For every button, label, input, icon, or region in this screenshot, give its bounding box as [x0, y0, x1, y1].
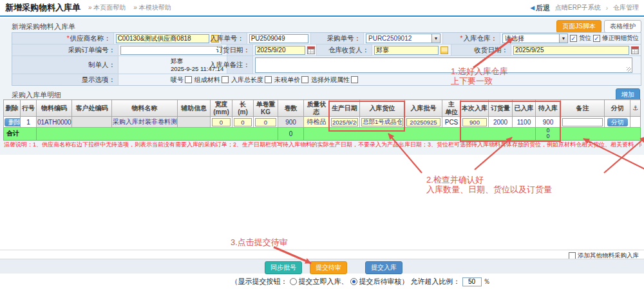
col-item-code: 物料编码	[37, 100, 72, 117]
untaxed-price-checkbox[interactable]	[301, 76, 308, 83]
remark-textarea[interactable]	[255, 57, 632, 73]
required-mark: *	[67, 35, 70, 42]
cell-qty-received: 1100	[513, 117, 536, 128]
inbound-no-input[interactable]	[249, 34, 308, 43]
cell-line-no: 1	[21, 117, 37, 128]
calendar-icon[interactable]	[307, 46, 315, 54]
submit-review-radio[interactable]	[350, 278, 357, 285]
breadcrumb-app[interactable]: 点晴ERP子系统	[555, 3, 601, 12]
purchase-no-label: 采购单号：	[327, 34, 361, 43]
total-empty-right	[561, 128, 641, 141]
pin-column-header[interactable]: ⚓	[630, 100, 641, 117]
detail-table: 删除 行号 物料编码 客户处编码 物料名称 辅助信息 宽度 (mm) 长 (m)…	[3, 99, 641, 141]
supplier-input[interactable]	[116, 34, 209, 43]
topbar-right: ◀ 后退 点晴ERP子系统 › 仓库管理	[530, 3, 639, 13]
slot-checkbox[interactable]	[570, 35, 577, 42]
help-link-page[interactable]: » 本页面帮助	[88, 3, 126, 12]
batch-input[interactable]	[406, 118, 440, 126]
total-label: 合计	[4, 128, 37, 141]
option-total-length: 入库总长度	[231, 75, 272, 85]
col-cust-code: 客户处编码	[72, 100, 112, 117]
breadcrumb-section[interactable]: 仓库管理	[613, 3, 639, 12]
fix-slot-checkbox[interactable]	[593, 35, 600, 42]
order-date-input[interactable]	[255, 46, 305, 55]
remark-wrap	[255, 57, 632, 73]
submit-review-label: 提交后待审核）	[359, 277, 409, 286]
chevron-down-icon: ▼	[431, 34, 440, 43]
submit-inbound-button[interactable]: 提交入库	[365, 261, 402, 274]
page: 新增采购物料入库单 » 本页面帮助 » 本模块帮助 ◀ 后退 点晴ERP子系统 …	[0, 0, 644, 289]
appearance-checkbox[interactable]	[351, 76, 358, 83]
materials-checkbox[interactable]	[222, 76, 229, 83]
option-label: 未税单价	[274, 75, 300, 85]
over-ratio-input[interactable]	[462, 277, 482, 286]
options-prefix: （显示提交按钮：	[231, 277, 288, 286]
col-batch: 入库批号	[405, 100, 442, 117]
annotation-2: 2.检查并确认好 入库数量、日期、货位以及订货量	[426, 175, 552, 195]
breadcrumb-separator: ›	[606, 5, 608, 12]
warehouse-label: 入库仓库：	[464, 34, 498, 43]
annotation-1-line1: 1.选好入库仓库	[451, 67, 508, 77]
form-row-1: * 供应商名称： 入库单号： 采购单号： PUR	[12, 33, 641, 45]
resize-handle-icon[interactable]	[627, 67, 631, 72]
page-js-button[interactable]: 页面JS脚本	[556, 20, 601, 33]
lookup-icon[interactable]	[440, 46, 448, 54]
length-input[interactable]	[234, 118, 252, 126]
footer-divider	[0, 250, 644, 250]
width-input[interactable]	[212, 118, 231, 126]
chevron-down-icon: ▼	[559, 34, 567, 43]
submit-options-line: （显示提交按钮： 提交立即入库、 提交后待审核） 允许超入比例： ％	[0, 277, 644, 286]
warehouse-value: 请选择	[505, 34, 558, 43]
col-qty-pending: 待入库	[536, 100, 561, 117]
cell-rolls: 900	[278, 117, 304, 128]
top-bar: 新增采购物料入库单 » 本页面帮助 » 本模块帮助 ◀ 后退 点晴ERP子系统 …	[0, 0, 644, 17]
qty-in-input[interactable]	[462, 118, 487, 126]
mark-no-checkbox[interactable]	[185, 76, 192, 83]
submit-immediate-radio[interactable]	[290, 278, 297, 285]
cell-aux	[178, 117, 211, 128]
po-input[interactable]	[120, 46, 222, 55]
delete-row-button[interactable]: 删除	[5, 118, 21, 126]
option-label: 入库总长度	[231, 75, 263, 85]
col-width: 宽度 (mm)	[211, 100, 232, 117]
help-link-module[interactable]: » 本模块帮助	[133, 3, 171, 12]
col-quality: 质量状态	[304, 100, 330, 117]
receiver-input[interactable]	[374, 46, 439, 55]
col-unit: 主 单位	[442, 100, 461, 117]
fix-slot-checkbox-label: 修正明细货位	[602, 34, 639, 43]
slot-input[interactable]	[361, 118, 403, 126]
col-rolls: 卷数	[278, 100, 304, 117]
receive-date-input[interactable]	[513, 46, 629, 55]
cell-qty-pending: 900	[536, 117, 561, 128]
roll-weight-input[interactable]	[255, 118, 276, 126]
warehouse-select[interactable]: 请选择 ▼	[502, 34, 568, 43]
maker-label: 制单人：	[88, 61, 115, 70]
split-button[interactable]: 分切	[607, 118, 628, 126]
quality-select[interactable]: 待检品	[304, 117, 330, 128]
total-pending-b: 0	[536, 134, 560, 139]
form-row-4: 显示选项： 唛号 组成材料 入库总长度	[12, 74, 641, 85]
cell-item-code: 01ATH00005	[37, 117, 72, 128]
inbound-no-label: 入库单号：	[210, 34, 244, 43]
back-button[interactable]: ◀ 后退	[530, 3, 550, 13]
annotation-1-line2: 上下要一致	[451, 77, 508, 86]
submit-review-button[interactable]: 提交待审	[310, 261, 347, 274]
purchase-no-select[interactable]: PURC2509012 ▼	[366, 34, 440, 43]
cell-item-name: 采购入库封装非卷料测试	[112, 117, 178, 128]
receive-date-label: 收货日期：	[475, 46, 509, 55]
option-materials: 组成材料	[194, 75, 229, 85]
display-options-label: 显示选项：	[82, 75, 116, 85]
annotation-3: 3.点击提交待审	[231, 238, 288, 248]
calendar-icon[interactable]	[631, 46, 639, 54]
col-line-no: 行号	[21, 100, 37, 117]
total-empty-mid	[304, 128, 536, 141]
row-remark-input[interactable]	[562, 118, 603, 126]
total-row: 合计 0 0 0	[4, 128, 641, 141]
table-maintain-button[interactable]: 表格维护	[604, 20, 641, 33]
option-label: 唛号	[171, 75, 184, 85]
supplier-label: 供应商名称：	[70, 34, 111, 43]
total-length-checkbox[interactable]	[265, 76, 272, 83]
prod-date-input[interactable]	[331, 118, 358, 126]
col-qty-order: 订货量	[489, 100, 513, 117]
sync-batch-button[interactable]: 同步批号	[265, 261, 302, 274]
